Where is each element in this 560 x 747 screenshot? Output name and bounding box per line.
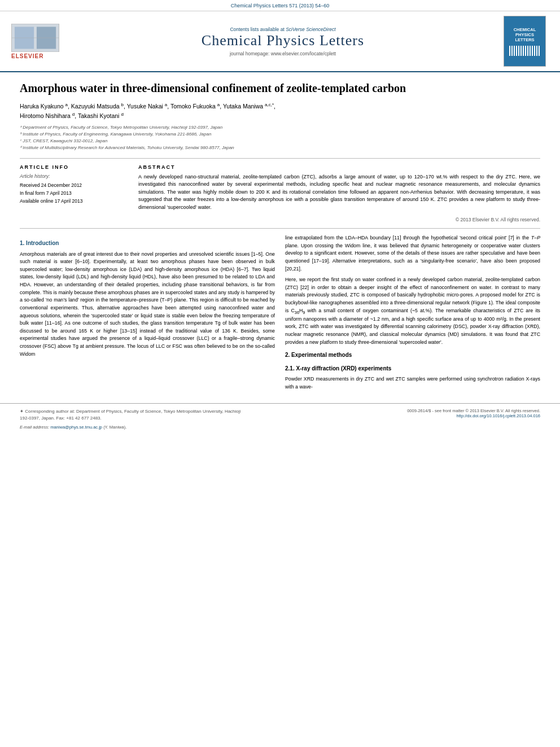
email-label: E-mail address: [20,425,49,430]
journal-header-center: Contents lists available at SciVerse Sci… [68,27,498,56]
footnote-corresponding: ✦ Corresponding author at: Department of… [20,408,246,422]
abstract-text: A newly developed nano-structural materi… [138,173,540,212]
cover-barcode [509,46,540,56]
journal-cover-right: CHEMICAL PHYSICS LETTERS [504,16,549,67]
affiliation-b: ᵇ Institute of Physics, Faculty of Engin… [20,131,540,138]
author-maniwa: Yutaka Maniwa a,c,*, [223,103,275,110]
journal-title: Chemical Physics Letters [68,32,498,49]
affiliation-c: ᶜ JST, CREST, Kawaguchi 332-0012, Japan [20,138,540,145]
divider-2 [20,228,540,229]
article-info-box: ARTICLE INFO Article history: Received 2… [20,164,127,212]
article-title: Amorphous water in three-dimensional con… [20,81,540,95]
elsevier-brand-text: ELSEVIER [11,53,43,59]
footer-right: 0009-2614/$ - see front matter © 2013 El… [407,408,540,418]
author-nakai: Yusuke Nakai a, [127,103,170,110]
author-fukuoka: Tomoko Fukuoka a, [170,103,223,110]
author-nishihara: Hirotomo Nishihara d, [20,112,78,119]
cover-title: CHEMICAL PHYSICS LETTERS [514,27,536,42]
body-col-right: line extrapolated from the LDA–HDA bound… [285,234,540,394]
intro-para-col2b: Here, we report the first study on water… [285,276,540,346]
journal-cover-box: CHEMICAL PHYSICS LETTERS [504,16,546,67]
issn-line: 0009-2614/$ - see front matter © 2013 El… [407,408,540,413]
footer-left: ✦ Corresponding author at: Department of… [20,408,246,430]
main-content: Amorphous water in three-dimensional con… [0,72,560,403]
top-bar: Chemical Physics Letters 571 (2013) 54–6… [0,0,560,11]
article-info-title: ARTICLE INFO [20,164,127,170]
author-matsuda: Kazuyuki Matsuda b, [71,103,127,110]
sciverse-text: Contents lists available at SciVerse Sci… [68,27,498,32]
doi-line[interactable]: http://dx.doi.org/10.1016/j.cplett.2013.… [407,413,540,418]
email-address[interactable]: maniwa@phys.se.tmu.ac.jp [50,425,102,430]
intro-heading: 1. Introduction [20,239,275,248]
body-col-left: 1. Introduction Amorphous materials are … [20,234,275,394]
footnote-text: Corresponding author at: Department of P… [20,409,240,421]
elsevier-logo: ELSEVIER [11,24,62,59]
available-date: Available online 17 April 2013 [20,197,127,205]
intro-para-col1: Amorphous materials are of great interes… [20,251,275,359]
page-footer: ✦ Corresponding author at: Department of… [0,403,560,435]
final-form-date: In final form 7 April 2013 [20,189,127,197]
intro-para-col2: line extrapolated from the LDA–HDA bound… [285,234,540,273]
affiliation-d: ᵈ Institute of Multidisciplinary Researc… [20,145,540,151]
body-columns: 1. Introduction Amorphous materials are … [20,234,540,394]
authors-list: Haruka Kyakuno a, Kazuyuki Matsuda b, Yu… [20,101,540,121]
xrd-para: Powder XRD measurements in dry ZTC and w… [285,375,540,391]
article-history-label: Article history: [20,173,127,179]
journal-homepage: journal homepage: www.elsevier.com/locat… [68,51,498,56]
exp-methods-heading: 2. Experimental methods [285,351,540,360]
sciverse-link-text[interactable]: SciVerse ScienceDirect [286,27,336,32]
affiliation-a: ᵃ Department of Physics, Faculty of Scie… [20,124,540,131]
copyright-notice: © 2013 Elsevier B.V. All rights reserved… [20,217,540,222]
journal-cover-image [11,24,59,52]
author-kyakuno: Haruka Kyakuno a, [20,103,71,110]
author-kyotani: Takashi Kyotani d [78,112,124,119]
abstract-box: ABSTRACT A newly developed nano-structur… [138,164,540,212]
email-line: E-mail address: maniwa@phys.se.tmu.ac.jp… [20,424,246,430]
footnote-star-symbol: ✦ [20,409,24,414]
info-abstract-section: ARTICLE INFO Article history: Received 2… [20,164,540,212]
abstract-title: ABSTRACT [138,164,540,170]
received-date: Received 24 December 2012 [20,181,127,189]
journal-header: ELSEVIER Contents lists available at Sci… [0,11,560,72]
article-dates: Received 24 December 2012 In final form … [20,181,127,206]
affiliations: ᵃ Department of Physics, Faculty of Scie… [20,124,540,151]
journal-ref: Chemical Physics Letters 571 (2013) 54–6… [231,3,330,8]
email-attribution: (Y. Maniwa). [103,425,126,430]
xrd-subheading: 2.1. X-ray diffraction (XRD) experiments [285,364,540,373]
divider-1 [20,158,540,159]
